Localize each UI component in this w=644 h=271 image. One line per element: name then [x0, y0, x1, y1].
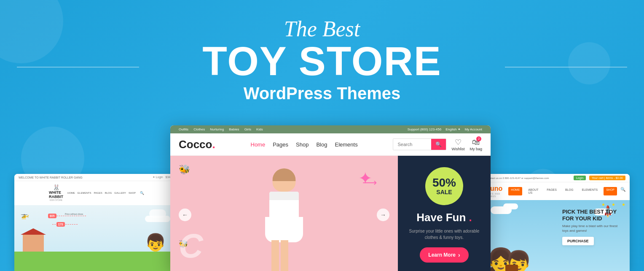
- juno-nav: HOME ABOUT US PAGES BLOG ELEMENTS SHOP 🔍: [508, 187, 625, 195]
- cocco-language[interactable]: English ✦: [445, 127, 460, 131]
- girl-photo: [242, 160, 326, 271]
- wr-helicopter-icon: 🚁: [21, 211, 29, 220]
- subtitle-the-best: The Best: [0, 17, 644, 41]
- screenshot-white-rabbit: WELCOME TO WHITE RABBIT ROLLER GANG ✦ Lo…: [14, 174, 179, 271]
- bag-icon-wrapper: 🛍 2: [472, 138, 480, 147]
- wr-subtitle: KIDS STORE: [50, 199, 62, 202]
- juno-login-button[interactable]: Login: [574, 176, 586, 180]
- juno-nav-shop[interactable]: SHOP: [604, 187, 617, 195]
- cocco-search-button[interactable]: 🔍: [431, 139, 446, 150]
- wr-label1: Price without shoes: [65, 213, 83, 215]
- wr-brand-name: WHITERABBIT: [49, 191, 63, 199]
- girl-dress: [269, 192, 299, 242]
- wr-nav-blog[interactable]: BLOG: [105, 192, 112, 194]
- juno-nav-blog[interactable]: BLOG: [563, 187, 576, 195]
- juno-hero-subline: Make play time a blast with our finest t…: [562, 224, 621, 233]
- cocco-nav-pages[interactable]: Pages: [273, 141, 288, 148]
- cocco-topbar-right: Support (800) 123-456 English ✦ My Accou…: [408, 127, 482, 131]
- juno-nav-about[interactable]: ABOUT US: [526, 187, 541, 195]
- wr-house: [23, 235, 44, 252]
- wr-price-line2: [52, 224, 78, 225]
- juno-star1: ★: [601, 202, 605, 207]
- cart-badge: 2: [476, 136, 481, 141]
- screenshot-cocco: Outfits Clothes Nurturing Babies Girls K…: [170, 125, 491, 271]
- cocco-top-girls[interactable]: Girls: [244, 127, 251, 131]
- juno-cart-button[interactable]: Your cart | items - $0.00: [589, 176, 625, 180]
- juno-topbar: Contact us on 0 800-123-4147 or support@…: [482, 174, 630, 182]
- juno-search-icon[interactable]: 🔍: [620, 187, 625, 195]
- wr-topbar: WELCOME TO WHITE RABBIT ROLLER GANG ✦ Lo…: [14, 174, 179, 181]
- cocco-top-nurturing[interactable]: Nurturing: [210, 127, 224, 131]
- hero-prev-button[interactable]: ←: [179, 209, 191, 221]
- header-section: The Best TOY STORE WordPress Themes: [0, 17, 644, 103]
- wr-logo: 🐰 WHITERABBIT KIDS STORE: [49, 184, 63, 202]
- cocco-header: Cocco. Home Pages Shop Blog Elements 🔍 ♡…: [170, 133, 491, 156]
- dress-skirt: [265, 217, 303, 242]
- cocco-top-babies[interactable]: Babies: [229, 127, 239, 131]
- cocco-search-box: 🔍: [393, 138, 446, 150]
- cocco-wishlist-label: Wishlist: [451, 147, 464, 151]
- cocco-top-outfits[interactable]: Outfits: [179, 127, 188, 131]
- cocco-search-input[interactable]: [393, 139, 431, 149]
- wr-nav: 🐰 WHITERABBIT KIDS STORE HOME ELEMENTS P…: [14, 181, 179, 205]
- cocco-nav-blog[interactable]: Blog: [316, 141, 327, 148]
- juno-suitcase: [505, 265, 518, 271]
- hero-next-button[interactable]: →: [377, 209, 389, 221]
- cocco-wishlist[interactable]: ♡ Wishlist: [451, 138, 464, 151]
- screenshots-container: WELCOME TO WHITE RABBIT ROLLER GANG ✦ Lo…: [0, 125, 644, 271]
- girl-figure: [259, 168, 309, 271]
- juno-hero-text: PICK THE BEST TOY FOR YOUR KID Make play…: [562, 209, 621, 245]
- wr-nav-home[interactable]: HOME: [67, 192, 75, 194]
- cocco-topbar: Outfits Clothes Nurturing Babies Girls K…: [170, 125, 491, 133]
- cocco-nav-home[interactable]: Home: [251, 141, 266, 148]
- juno-star2: ★: [612, 202, 615, 207]
- juno-rest-name: uno: [490, 185, 502, 192]
- juno-star3: ★: [622, 202, 625, 207]
- wr-ground: [14, 252, 179, 271]
- learn-more-button[interactable]: Learn More ›: [420, 247, 468, 263]
- wr-search-icon[interactable]: 🔍: [140, 191, 144, 195]
- sale-text: SALE: [436, 189, 452, 195]
- cocco-logo-dot: .: [212, 138, 215, 151]
- girl-head: [273, 168, 296, 192]
- juno-topbar-btns: Login Your cart | items - $0.00: [574, 176, 625, 180]
- cocco-top-clothes[interactable]: Clothes: [193, 127, 205, 131]
- juno-hero-headline: PICK THE BEST TOY FOR YOUR KID: [562, 209, 621, 222]
- juno-contact-text: Contact us on 0 800-123-4147 or support@…: [486, 177, 549, 179]
- cocco-hero-left: 🐝 🐝 ← →: [170, 156, 398, 271]
- cocco-support-text: Support (800) 123-456: [408, 127, 442, 131]
- hero-headline: Have Fun .: [416, 212, 472, 223]
- cocco-hero: 🐝 🐝 ← →: [170, 156, 491, 271]
- wr-price-line1: [52, 216, 86, 216]
- bee-icon-top: 🐝: [179, 164, 190, 175]
- cocco-bag[interactable]: 🛍 2 My bag: [470, 138, 482, 151]
- learn-more-label: Learn More: [428, 252, 456, 258]
- juno-hero: ★ ★ ★ 🚀 👧 👦 PICK THE BEST TOY FOR YOUR K…: [482, 200, 630, 271]
- cocco-nav-elements[interactable]: Elements: [335, 141, 357, 148]
- hero-initial-letter: C: [179, 227, 203, 266]
- juno-purchase-button[interactable]: PURCHASE: [562, 237, 594, 245]
- title-toy-store: TOY STORE: [0, 41, 644, 81]
- juno-nav-home[interactable]: HOME: [508, 187, 522, 195]
- juno-nav-elements[interactable]: ELEMENTS: [579, 187, 600, 195]
- arrow-icon: ›: [458, 252, 460, 258]
- wr-kid-figure: 👦: [145, 233, 166, 252]
- wr-nav-gallery[interactable]: GALLERY: [114, 192, 126, 194]
- wr-nav-shop[interactable]: SHOP: [129, 192, 136, 194]
- cocco-my-account[interactable]: My Account: [465, 127, 482, 131]
- wr-nav-links: HOME ELEMENTS PAGES BLOG GALLERY SHOP: [67, 192, 136, 194]
- cocco-topbar-nav: Outfits Clothes Nurturing Babies Girls K…: [179, 127, 263, 131]
- cocco-hero-right: 50% SALE Have Fun . Surprise your little…: [398, 156, 491, 271]
- juno-nav-pages[interactable]: PAGES: [544, 187, 559, 195]
- hero-description: Surprise your little ones with adorable …: [406, 228, 482, 241]
- subtitle-wp-themes: WordPress Themes: [0, 84, 644, 103]
- cocco-top-kids[interactable]: Kids: [256, 127, 263, 131]
- girl-leg-right: [281, 240, 288, 271]
- girl-hair: [273, 168, 296, 181]
- wr-nav-pages[interactable]: PAGES: [94, 192, 102, 194]
- wr-nav-elements[interactable]: ELEMENTS: [78, 192, 91, 194]
- sale-percent: 50%: [432, 177, 456, 189]
- cocco-nav-shop[interactable]: Shop: [296, 141, 309, 148]
- girl-leg-left: [271, 240, 279, 271]
- wr-hero: 🚁 $95 Price without shoes $78 👦: [14, 205, 179, 271]
